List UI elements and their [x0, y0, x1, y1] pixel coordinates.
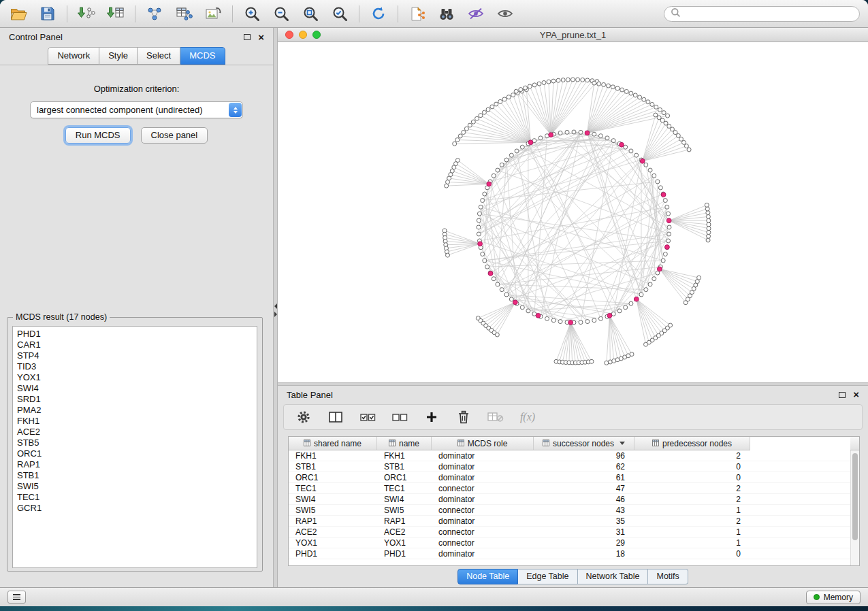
column-header-mcds-role[interactable]: MCDS role — [432, 437, 534, 450]
maximize-window-icon[interactable] — [312, 31, 321, 39]
mcds-result-item[interactable]: SWI5 — [13, 481, 257, 492]
delete-column-icon[interactable] — [455, 408, 472, 426]
tab-mcds[interactable]: MCDS — [180, 47, 225, 65]
import-table-icon[interactable] — [106, 3, 126, 24]
search-network-icon[interactable] — [436, 3, 457, 24]
search-field[interactable] — [664, 6, 860, 22]
open-folder-icon[interactable] — [8, 3, 29, 24]
settings-gear-icon[interactable] — [295, 408, 312, 426]
cell-shared-name: FKH1 — [289, 451, 377, 461]
cell-predecessor-nodes: 1 — [634, 506, 750, 515]
zoom-in-icon[interactable] — [242, 3, 262, 24]
mcds-result-item[interactable]: PMA2 — [13, 405, 257, 416]
share-document-icon[interactable] — [407, 3, 428, 24]
cell-shared-name: PHD1 — [289, 549, 377, 559]
collapse-right-icon[interactable] — [274, 312, 277, 317]
mcds-result-item[interactable]: TID3 — [13, 361, 257, 372]
table-row[interactable]: ORC1ORC1dominator610 — [289, 472, 850, 483]
mcds-result-item[interactable]: YOX1 — [13, 372, 257, 383]
memory-button[interactable]: Memory — [806, 591, 861, 604]
new-network-icon[interactable] — [144, 3, 165, 24]
table-scrollbar[interactable] — [850, 450, 859, 565]
mcds-result-item[interactable]: CAR1 — [13, 340, 257, 350]
table-row[interactable]: ACE2ACE2connector311 — [289, 527, 850, 538]
tab-style[interactable]: Style — [99, 47, 138, 65]
zoom-fit-icon[interactable] — [300, 3, 321, 24]
table-row[interactable]: RAP1RAP1dominator352 — [289, 516, 850, 527]
split-view-icon[interactable] — [327, 408, 344, 426]
mcds-result-item[interactable]: STB5 — [13, 437, 257, 448]
mcds-result-item[interactable]: STP4 — [13, 350, 257, 361]
mcds-result-title: MCDS result (17 nodes) — [13, 312, 110, 322]
select-all-icon[interactable] — [359, 408, 376, 426]
collapse-left-icon[interactable] — [274, 303, 277, 309]
cell-shared-name: ORC1 — [289, 473, 377, 482]
mcds-result-item[interactable]: STB1 — [13, 470, 257, 481]
mcds-result-item[interactable]: PHD1 — [13, 329, 257, 340]
tab-network[interactable]: Network — [48, 47, 99, 65]
tab-edge-table[interactable]: Edge Table — [518, 569, 577, 584]
export-image-icon[interactable] — [203, 3, 223, 24]
float-window-icon[interactable] — [244, 34, 251, 40]
deselect-all-icon[interactable] — [391, 408, 408, 426]
mcds-result-item[interactable]: SWI4 — [13, 383, 257, 394]
close-panel-icon[interactable]: × — [258, 34, 264, 41]
mcds-result-list[interactable]: PHD1CAR1STP4TID3YOX1SWI4SRD1PMA2FKH1ACE2… — [12, 326, 257, 568]
close-window-icon[interactable] — [285, 31, 293, 39]
mcds-result-item[interactable]: ORC1 — [13, 448, 257, 459]
column-header-name[interactable]: name — [377, 437, 432, 450]
table-row[interactable]: TEC1TEC1connector472 — [289, 483, 850, 494]
show-graphics-details-icon[interactable] — [466, 3, 486, 24]
show-hide-eye-icon[interactable] — [495, 3, 515, 24]
zoom-out-icon[interactable] — [271, 3, 291, 24]
minimize-window-icon[interactable] — [299, 31, 307, 39]
column-header-successor-nodes[interactable]: successor nodes — [534, 437, 634, 450]
tab-network-table[interactable]: Network Table — [578, 569, 649, 584]
mcds-result-item[interactable]: GCR1 — [13, 503, 257, 514]
hamburger-icon — [13, 594, 20, 595]
run-mcds-button[interactable]: Run MCDS — [65, 127, 131, 144]
sort-indicator-icon[interactable] — [620, 442, 625, 445]
mcds-result-item[interactable]: RAP1 — [13, 459, 257, 470]
vertical-splitter[interactable] — [273, 28, 278, 587]
table-row[interactable]: FKH1FKH1dominator962 — [289, 450, 850, 461]
network-window-title: YPA_prune.txt_1 — [540, 30, 606, 40]
search-icon — [671, 7, 681, 20]
mcds-result-item[interactable]: TEC1 — [13, 492, 257, 503]
column-header-shared-name[interactable]: shared name — [289, 437, 377, 450]
mcds-result-item[interactable]: FKH1 — [13, 416, 257, 427]
cell-successor-nodes: 35 — [534, 516, 634, 526]
add-column-icon[interactable] — [423, 408, 440, 426]
close-panel-icon[interactable]: × — [853, 391, 859, 398]
mcds-result-item[interactable]: ACE2 — [13, 427, 257, 437]
search-input[interactable] — [685, 8, 853, 19]
tab-motifs[interactable]: Motifs — [648, 569, 688, 584]
column-header-predecessor-nodes[interactable]: predecessor nodes — [634, 437, 750, 450]
table-row[interactable]: PHD1PHD1dominator180 — [289, 548, 850, 559]
table-row[interactable]: SWI4SWI4dominator462 — [289, 494, 850, 505]
tab-select[interactable]: Select — [138, 47, 180, 65]
cell-name: TEC1 — [377, 484, 432, 493]
table-row[interactable]: STB1STB1dominator620 — [289, 461, 850, 472]
network-view[interactable] — [278, 42, 868, 382]
cell-predecessor-nodes: 2 — [634, 484, 750, 493]
save-session-icon[interactable] — [37, 3, 58, 24]
scrollbar-thumb[interactable] — [852, 453, 858, 540]
panel-menu-button[interactable] — [7, 591, 26, 604]
import-network-icon[interactable] — [76, 3, 97, 24]
node-table: shared namenameMCDS rolesuccessor nodesp… — [288, 436, 860, 566]
mcds-result-item[interactable]: SRD1 — [13, 394, 257, 405]
table-panel-title: Table Panel — [287, 390, 333, 400]
table-row[interactable]: SWI5SWI5connector431 — [289, 505, 850, 516]
tab-node-table[interactable]: Node Table — [457, 569, 518, 584]
float-window-icon[interactable] — [839, 392, 846, 398]
table-row[interactable]: YOX1YOX1connector291 — [289, 538, 850, 548]
network-graph — [278, 42, 868, 382]
close-panel-button[interactable]: Close panel — [141, 127, 208, 144]
apply-layout-icon[interactable] — [368, 3, 389, 24]
cell-predecessor-nodes: 1 — [634, 527, 750, 537]
cell-shared-name: RAP1 — [289, 516, 377, 526]
criterion-dropdown[interactable]: largest connected component (undirected) — [30, 101, 243, 118]
network-from-table-icon[interactable] — [174, 3, 194, 24]
zoom-selected-icon[interactable] — [329, 3, 350, 24]
